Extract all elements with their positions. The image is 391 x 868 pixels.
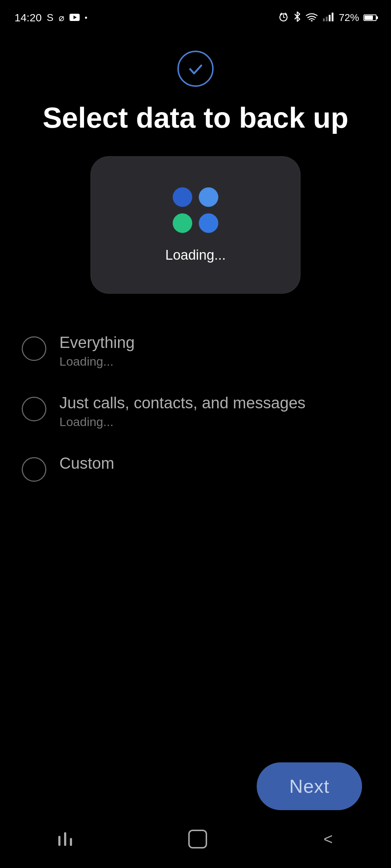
- page-title: Select data to back up: [43, 101, 349, 135]
- status-time: 14:20: [14, 12, 42, 24]
- dot-top-right: [199, 187, 218, 207]
- app-dots-grid: [173, 187, 218, 233]
- option-custom[interactable]: Custom: [22, 443, 369, 493]
- option-calls-contacts-sublabel: Loading...: [59, 415, 306, 429]
- dot-top-left: [173, 187, 192, 207]
- nav-recents-button[interactable]: [58, 832, 72, 846]
- battery-percentage: 72%: [339, 12, 359, 24]
- back-icon: <: [324, 831, 333, 847]
- svg-rect-10: [329, 15, 331, 21]
- svg-rect-11: [332, 13, 333, 21]
- status-right: 72%: [278, 11, 377, 25]
- option-everything[interactable]: Everything Loading...: [22, 323, 369, 379]
- next-button[interactable]: Next: [257, 762, 362, 810]
- success-check-icon: [177, 51, 214, 87]
- home-icon: [188, 830, 207, 848]
- sim-icon: S: [47, 12, 54, 24]
- status-left: 14:20 S ⌀ •: [14, 12, 87, 24]
- option-calls-contacts[interactable]: Just calls, contacts, and messages Loadi…: [22, 383, 369, 440]
- bluetooth-icon: [293, 11, 301, 25]
- dot-bottom-left: [173, 213, 192, 233]
- radio-calls-contacts[interactable]: [22, 397, 46, 421]
- option-everything-text: Everything Loading...: [59, 333, 135, 369]
- youtube-icon: [70, 12, 80, 24]
- recents-icon: [58, 832, 72, 846]
- nav-back-button[interactable]: <: [324, 831, 333, 847]
- option-calls-contacts-label: Just calls, contacts, and messages: [59, 394, 306, 412]
- radio-everything[interactable]: [22, 336, 46, 361]
- options-list: Everything Loading... Just calls, contac…: [0, 323, 391, 493]
- option-everything-label: Everything: [59, 333, 135, 352]
- alarm-icon: [278, 11, 289, 25]
- svg-rect-8: [323, 18, 325, 21]
- nav-home-button[interactable]: [188, 830, 207, 848]
- option-calls-contacts-text: Just calls, contacts, and messages Loadi…: [59, 394, 306, 429]
- card-loading-text: Loading...: [165, 247, 226, 263]
- battery-icon: [363, 12, 377, 24]
- signal-icon: [322, 12, 335, 24]
- app-loading-card: Loading...: [91, 156, 300, 294]
- option-everything-sublabel: Loading...: [59, 354, 135, 369]
- bottom-area: Next: [257, 762, 362, 810]
- radio-custom[interactable]: [22, 457, 46, 482]
- svg-point-7: [311, 20, 312, 21]
- main-content: Select data to back up Loading...: [0, 29, 391, 323]
- wifi-icon: [306, 12, 318, 24]
- status-bar: 14:20 S ⌀ •: [0, 0, 391, 29]
- svg-rect-9: [326, 17, 328, 21]
- notification-dot: •: [85, 13, 88, 22]
- usb-icon: ⌀: [59, 12, 64, 24]
- option-custom-label: Custom: [59, 454, 114, 472]
- nav-bar: <: [0, 817, 391, 868]
- option-custom-text: Custom: [59, 454, 114, 472]
- dot-bottom-right: [199, 213, 218, 233]
